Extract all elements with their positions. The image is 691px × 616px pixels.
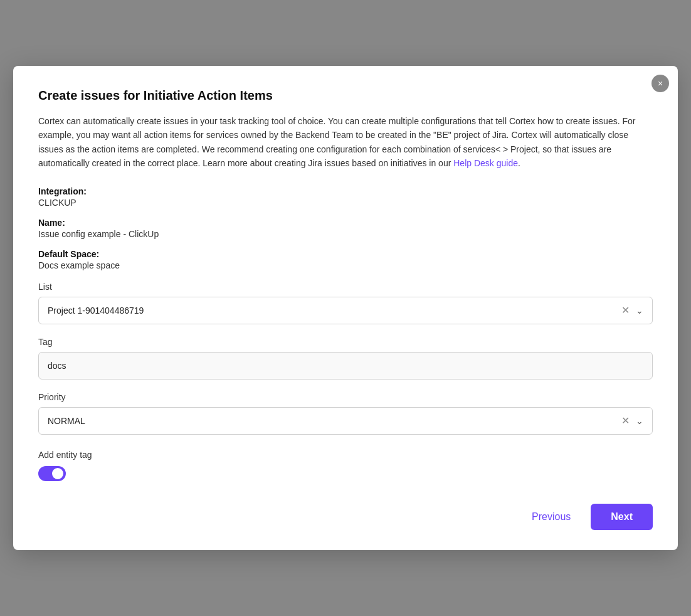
- close-button[interactable]: ×: [651, 75, 669, 92]
- add-entity-tag-label: Add entity tag: [38, 450, 653, 460]
- priority-select-value: NORMAL: [48, 416, 85, 426]
- list-clear-button[interactable]: ✕: [620, 305, 631, 316]
- priority-label: Priority: [38, 392, 653, 402]
- tag-label: Tag: [38, 337, 653, 347]
- list-label: List: [38, 282, 653, 292]
- priority-clear-button[interactable]: ✕: [620, 416, 631, 426]
- list-select-controls: ✕ ⌄: [620, 305, 643, 316]
- name-value: Issue config example - ClickUp: [38, 229, 653, 239]
- help-desk-link[interactable]: Help Desk guide: [453, 158, 518, 168]
- next-button[interactable]: Next: [591, 504, 653, 530]
- tag-section: Tag: [38, 337, 653, 380]
- description-text-1: Cortex can automatically create issues i…: [38, 116, 635, 168]
- integration-field: Integration: CLICKUP: [38, 186, 653, 208]
- modal-title: Create issues for Initiative Action Item…: [38, 88, 653, 103]
- default-space-value: Docs example space: [38, 260, 653, 270]
- list-select[interactable]: Project 1-901404486719 ✕ ⌄: [38, 297, 653, 324]
- integration-value: CLICKUP: [38, 198, 653, 208]
- name-field: Name: Issue config example - ClickUp: [38, 218, 653, 239]
- description-text-2: .: [518, 158, 520, 168]
- priority-section: Priority NORMAL ✕ ⌄: [38, 392, 653, 435]
- toggle-container: [38, 466, 653, 481]
- toggle-slider: [38, 466, 66, 481]
- list-section: List Project 1-901404486719 ✕ ⌄: [38, 282, 653, 324]
- list-select-value: Project 1-901404486719: [48, 305, 144, 316]
- tag-input[interactable]: [38, 352, 653, 380]
- priority-chevron-icon: ⌄: [636, 416, 643, 426]
- default-space-field: Default Space: Docs example space: [38, 249, 653, 270]
- name-label: Name:: [38, 218, 653, 228]
- close-icon: ×: [658, 79, 663, 88]
- entity-tag-toggle[interactable]: [38, 466, 66, 481]
- modal-description: Cortex can automatically create issues i…: [38, 114, 653, 171]
- modal-dialog: × Create issues for Initiative Action It…: [13, 66, 678, 551]
- priority-select-controls: ✕ ⌄: [620, 416, 643, 426]
- list-chevron-icon: ⌄: [636, 305, 643, 316]
- integration-label: Integration:: [38, 186, 653, 196]
- add-entity-tag-section: Add entity tag: [38, 450, 653, 481]
- previous-button[interactable]: Previous: [522, 506, 581, 528]
- default-space-label: Default Space:: [38, 249, 653, 259]
- priority-select[interactable]: NORMAL ✕ ⌄: [38, 407, 653, 435]
- modal-footer: Previous Next: [38, 504, 653, 530]
